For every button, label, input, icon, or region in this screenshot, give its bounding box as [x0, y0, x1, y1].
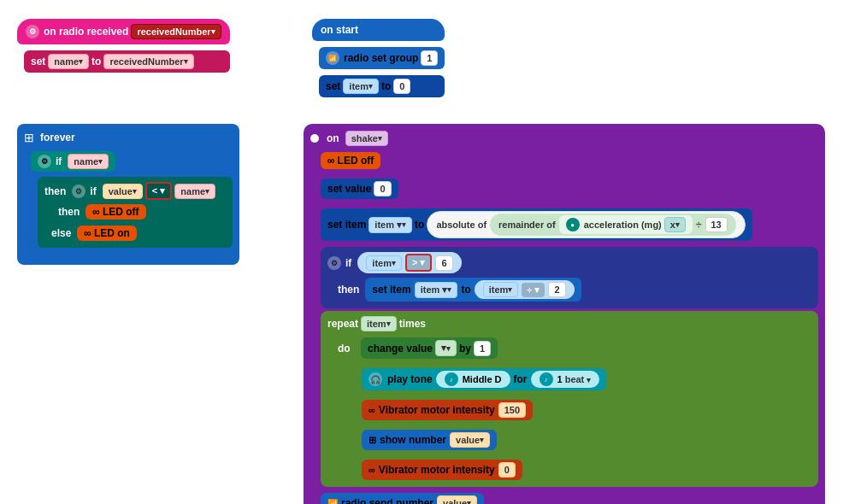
times-label: times — [399, 318, 426, 330]
show-value-slot[interactable]: value — [450, 432, 490, 448]
gear-icon4: ⚙ — [327, 256, 341, 270]
if2-label: if — [90, 185, 96, 197]
item-cond-slot[interactable]: item — [366, 255, 402, 271]
led-off-icon — [92, 206, 100, 218]
div-op: ÷ — [696, 219, 702, 231]
set-value-label: set value — [327, 183, 371, 195]
div2-slot: item ÷ ▾ 2 — [475, 280, 575, 299]
accel-slot: ● acceleration (mg) x — [559, 215, 693, 234]
play-tone-label: play tone — [387, 373, 433, 385]
change-label: change value — [368, 343, 433, 355]
received-number-slot[interactable]: receivedNumber — [103, 54, 193, 69]
name-cond[interactable]: name — [68, 154, 109, 169]
radio-received-block: ⚙ on radio received receivedNumber set n… — [17, 17, 230, 74]
to3-label: to — [461, 284, 470, 296]
signal2-icon: 📶 — [327, 499, 338, 505]
on-start-block: on start 📶 radio set group 1 set item to… — [312, 17, 445, 99]
on-shake-block: on shake LED off set value 0 — [304, 124, 825, 504]
tone-slot: ♪ Middle D — [436, 371, 510, 388]
radio-send-value[interactable]: value — [437, 495, 477, 504]
group-val[interactable]: 1 — [421, 50, 438, 66]
radio-received-label: on radio received — [44, 26, 128, 38]
do-label: do — [338, 343, 355, 355]
on-label: on — [327, 132, 339, 144]
to2-label: to — [415, 219, 424, 231]
motor1-icon: ∞ — [369, 405, 375, 415]
motor2-val[interactable]: 0 — [498, 462, 516, 478]
item-slot-start[interactable]: item — [343, 79, 379, 94]
accel-label: acceleration (mg) — [584, 220, 662, 230]
display-icon2: ⊞ — [369, 435, 376, 446]
led-on-icon — [84, 227, 91, 239]
name-slot[interactable]: name — [48, 54, 89, 69]
to-label: to — [91, 56, 101, 67]
led-off-label: LED off — [103, 206, 139, 218]
gear-icon: ⚙ — [26, 25, 39, 38]
received-number-param[interactable]: receivedNumber — [131, 24, 221, 39]
headphone-icon: 🎧 — [369, 372, 382, 386]
axis-slot[interactable]: x — [664, 217, 686, 232]
on-start-label: on start — [321, 24, 358, 36]
then2-label: then — [58, 206, 80, 218]
then-shake-label: then — [338, 284, 359, 296]
shake-slot[interactable]: shake — [345, 131, 388, 146]
by-val[interactable]: 1 — [474, 341, 491, 356]
dot-icon — [310, 134, 319, 143]
set-item-label: set item — [327, 219, 366, 231]
else-label: else — [51, 227, 71, 239]
remainder-slot: remainder of ● acceleration (mg) x ÷ 13 — [490, 214, 736, 236]
repeat-label: repeat — [327, 318, 358, 330]
to-label2: to — [381, 80, 391, 92]
val0[interactable]: 0 — [374, 181, 391, 196]
led-on-label: LED on — [94, 227, 130, 239]
middle-d-label: Middle D — [463, 374, 502, 384]
accel-icon: ● — [566, 218, 580, 231]
radio-send-label: radio send number — [341, 497, 433, 504]
music-icon3: ♪ — [540, 372, 553, 386]
beat-label[interactable]: beat — [565, 374, 591, 384]
item-val-start[interactable]: 0 — [393, 79, 410, 94]
div2-op[interactable]: ÷ ▾ — [522, 283, 545, 297]
set-label: set — [31, 56, 45, 67]
then-label: then — [44, 185, 66, 197]
gt-op[interactable]: > ▾ — [405, 254, 432, 272]
set-label2: set — [326, 80, 340, 92]
div-val[interactable]: 13 — [705, 217, 728, 232]
led-off2-icon — [327, 155, 335, 167]
abs-label: absolute of — [436, 220, 486, 230]
div2-val[interactable]: 2 — [548, 282, 565, 297]
item3-inner[interactable]: item — [483, 282, 519, 297]
gear-icon3: ⚙ — [72, 185, 86, 198]
for-label: for — [514, 373, 528, 385]
lt-op[interactable]: < ▾ — [145, 182, 172, 200]
forever-label: forever — [40, 132, 75, 144]
abs-slot: absolute of remainder of ● acceleration … — [427, 211, 745, 238]
signal-icon: 📶 — [326, 51, 339, 65]
motor2-icon: ∞ — [369, 465, 375, 475]
radio-set-group-label: radio set group — [344, 52, 418, 64]
led-off2-label: LED off — [338, 155, 374, 167]
item-set-slot[interactable]: item ▾ — [369, 217, 412, 233]
remainder-label: remainder of — [498, 220, 556, 230]
if-shake-label: if — [345, 257, 351, 269]
set-item2-label: set item — [372, 284, 410, 296]
cmp-val[interactable]: 6 — [435, 255, 452, 271]
music-icon2: ♪ — [445, 372, 458, 386]
if-label: if — [56, 155, 62, 167]
show-label: show number — [380, 434, 446, 446]
motor2-label: Vibrator motor intensity — [379, 464, 495, 476]
repeat-item-slot[interactable]: item — [361, 316, 397, 331]
motor1-label: Vibrator motor intensity — [379, 404, 495, 416]
change-val-slot[interactable]: ▾ — [435, 340, 457, 356]
beat-slot: ♪ 1 beat — [531, 371, 599, 388]
value-slot-forever[interactable]: value — [103, 184, 143, 199]
gear-icon2: ⚙ — [38, 155, 51, 168]
by-label: by — [459, 343, 471, 355]
beat-val: 1 — [557, 374, 563, 384]
forever-block: ⊞ forever ⚙ if name then ⚙ if value < ▾ — [17, 124, 239, 265]
motor1-val[interactable]: 150 — [498, 402, 526, 418]
item-gt-slot: item > ▾ 6 — [357, 252, 461, 273]
item2-slot[interactable]: item ▾ — [415, 282, 458, 298]
name-slot2-forever[interactable]: name — [174, 184, 215, 199]
